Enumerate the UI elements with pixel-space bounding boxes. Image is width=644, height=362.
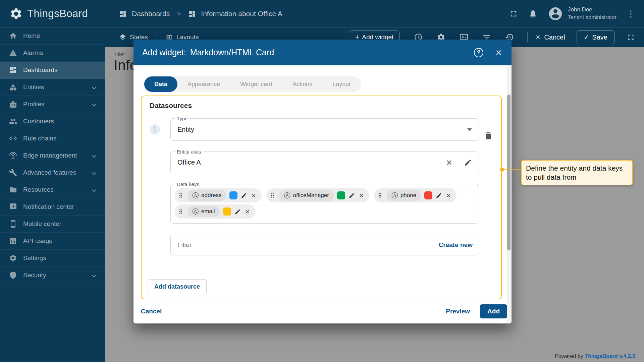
dialog-footer: Cancel Preview Add [133, 299, 512, 323]
sidebar-item-security[interactable]: Security [0, 267, 105, 284]
drag-handle-icon[interactable] [377, 192, 383, 199]
data-key-chip-phone[interactable]: Ⓐ phone [374, 188, 457, 202]
type-label: Type [175, 116, 190, 121]
sidebar-item-resources[interactable]: Resources [0, 181, 105, 198]
entities-category-icon [9, 83, 17, 91]
preview-button[interactable]: Preview [446, 308, 470, 315]
drag-handle-icon[interactable] [177, 192, 184, 199]
header-actions: John Doe Tenant administrator ⋮ [509, 6, 644, 21]
sidebar-item-api-usage[interactable]: API usage [0, 233, 105, 250]
dashboard-icon [9, 66, 17, 74]
user-info: John Doe Tenant administrator [568, 6, 616, 21]
sidebar-item-profiles[interactable]: Profiles [0, 96, 105, 113]
key-name-pill: Ⓐ email [187, 206, 220, 217]
clear-alias-x-icon[interactable] [445, 159, 453, 167]
remove-key-x-icon[interactable] [445, 192, 452, 199]
key-color-swatch[interactable] [229, 191, 237, 199]
fullscreen-icon[interactable] [509, 9, 518, 18]
drag-handle-icon[interactable] [177, 208, 184, 215]
version-link[interactable]: ThingsBoard v.4.2.0 [585, 353, 635, 359]
sidebar-item-edge-management[interactable]: Edge management [0, 147, 105, 164]
home-icon [9, 32, 17, 40]
sidebar-item-home[interactable]: Home [0, 27, 105, 45]
datasource-row: 1 Type Entity Entity alias Office A [150, 118, 493, 255]
edit-key-pencil-icon[interactable] [234, 208, 241, 215]
rule-chains-icon [9, 134, 17, 142]
sidebar-item-advanced-features[interactable]: Advanced features [0, 164, 105, 181]
delete-datasource-trash-icon[interactable] [484, 131, 493, 140]
key-color-swatch[interactable] [223, 207, 231, 216]
kebab-menu-icon[interactable]: ⋮ [627, 9, 635, 18]
sidebar: Home Alarms Dashboards Entities Profiles… [0, 27, 105, 362]
advanced-features-tools-icon [9, 169, 17, 177]
resources-folder-icon [9, 186, 17, 194]
key-color-swatch[interactable] [337, 191, 345, 199]
key-color-swatch[interactable] [424, 191, 432, 199]
datasources-heading: Datasources [150, 102, 493, 110]
tab-actions[interactable]: Actions [282, 76, 322, 92]
drag-handle-icon[interactable] [269, 192, 276, 199]
thingsboard-logo-icon [9, 7, 23, 20]
widget-type-name: Markdown/HTML Card [190, 48, 274, 57]
datasource-type-select[interactable]: Type Entity [170, 118, 479, 141]
tab-layout[interactable]: Layout [322, 76, 361, 92]
remove-key-x-icon[interactable] [251, 192, 257, 199]
user-menu[interactable]: John Doe Tenant administrator [548, 6, 616, 21]
create-new-filter-link[interactable]: Create new [439, 241, 473, 249]
edit-key-pencil-icon[interactable] [436, 192, 442, 199]
filter-input[interactable] [177, 241, 439, 249]
tab-widget-card[interactable]: Widget card [230, 76, 282, 92]
dialog-add-button[interactable]: Add [480, 304, 507, 318]
breadcrumb-current-dashboard[interactable]: Information about Office A [201, 10, 282, 18]
tab-appearance[interactable]: Appearance [177, 76, 230, 92]
key-name-pill: Ⓐ address [187, 190, 226, 201]
key-name-pill: Ⓐ phone [387, 190, 421, 201]
data-keys-label: Data keys [175, 181, 201, 187]
help-icon[interactable]: ? [474, 48, 483, 57]
data-key-chip-officeManager[interactable]: Ⓐ officeManager [266, 188, 369, 202]
edit-key-pencil-icon[interactable] [348, 192, 355, 199]
entity-alias-value: Office A [177, 159, 201, 166]
sidebar-item-customers[interactable]: Customers [0, 113, 105, 130]
breadcrumb-separator: > [177, 10, 181, 17]
data-keys-field[interactable]: Data keys Ⓐ address [170, 184, 479, 224]
close-dialog-icon[interactable] [495, 49, 503, 57]
sidebar-item-alarms[interactable]: Alarms [0, 45, 105, 62]
tab-data[interactable]: Data [144, 76, 177, 92]
remove-key-x-icon[interactable] [358, 192, 365, 199]
sidebar-item-entities[interactable]: Entities [0, 79, 105, 96]
sidebar-item-settings[interactable]: Settings [0, 250, 105, 267]
fullscreen-icon[interactable] [627, 33, 635, 42]
dialog-cancel-button[interactable]: Cancel [141, 308, 162, 315]
notification-center-icon [9, 203, 17, 211]
chevron-down-icon [92, 102, 96, 107]
dialog-scrollbar-thumb[interactable] [507, 95, 511, 250]
data-key-chip-address[interactable]: Ⓐ address [175, 188, 262, 202]
guide-tooltip: Define the entity and data keys to pull … [521, 160, 633, 185]
avatar [548, 6, 563, 21]
add-datasource-button[interactable]: Add datasource [148, 279, 207, 294]
entity-alias-field[interactable]: Entity alias Office A [170, 152, 479, 173]
check-icon: ✓ [584, 33, 589, 41]
notifications-bell-icon[interactable] [528, 9, 538, 18]
edit-key-pencil-icon[interactable] [241, 192, 247, 199]
app-name: ThingsBoard [27, 8, 88, 20]
chevron-down-icon [92, 188, 96, 192]
dashboard-icon [188, 10, 196, 18]
sidebar-item-dashboards[interactable]: Dashboards [0, 62, 105, 79]
mobile-phone-icon [9, 220, 17, 228]
powered-by-footer: Powered by ThingsBoard v.4.2.0 [555, 353, 635, 359]
data-key-chip-email[interactable]: Ⓐ email [175, 204, 255, 219]
close-x-icon [535, 34, 541, 40]
remove-key-x-icon[interactable] [244, 208, 251, 215]
app-logo[interactable]: ThingsBoard [0, 7, 105, 20]
sidebar-item-rule-chains[interactable]: Rule chains [0, 130, 105, 147]
edit-alias-pencil-icon[interactable] [464, 159, 472, 167]
save-button[interactable]: ✓ Save [577, 31, 614, 44]
chevron-down-icon [92, 273, 96, 278]
edit-cancel-button[interactable]: Cancel [535, 34, 565, 41]
sidebar-item-notification-center[interactable]: Notification center [0, 198, 105, 216]
add-widget-dialog: Add widget:Markdown/HTML Card ? Data App… [133, 40, 512, 323]
sidebar-item-mobile-center[interactable]: Mobile center [0, 216, 105, 233]
breadcrumb-dashboards[interactable]: Dashboards [132, 10, 170, 18]
